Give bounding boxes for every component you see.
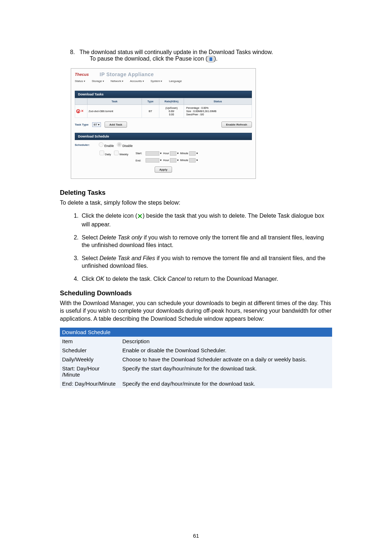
table-row: Start: Day/Hour /Minute Specify the star… — [60, 364, 332, 379]
menubar: Status Storage Network Accounts System L… — [75, 79, 252, 83]
step-number: 8. — [70, 49, 79, 56]
rate-val2: 0.00 — [160, 113, 183, 116]
scheduler-disable-radio[interactable]: Disable — [117, 142, 133, 148]
page-number: 61 — [0, 533, 392, 539]
deleting-tasks-heading: Deleting Tasks — [60, 189, 332, 197]
step-8-line2a: To pause the download, click the Pause i… — [90, 56, 208, 62]
scheduling-para: With the Download Manager, you can sched… — [60, 299, 332, 323]
delete-step-1: Click the delete icon (✕) beside the tas… — [80, 212, 332, 229]
step-8-line2b: ). — [214, 56, 218, 62]
step-8-line1: The download status will continually upd… — [79, 49, 273, 55]
menu-language[interactable]: Language — [169, 79, 182, 83]
menu-storage[interactable]: Storage — [92, 79, 104, 83]
th-status: Status — [184, 98, 252, 104]
enable-refresh-button[interactable]: Enable Refresh — [221, 122, 252, 128]
table-title: Download Schedule — [60, 328, 332, 337]
delete-step-3: Select Delete Task and Files if you wish… — [80, 254, 332, 270]
status-size: Size : 0.00MB/3,361.69MB — [186, 110, 250, 113]
end-day-select[interactable] — [146, 158, 159, 163]
delete-icon: ✕ — [137, 212, 143, 221]
menu-system[interactable]: System — [151, 79, 163, 83]
task-type-select[interactable]: BT ▾ — [92, 122, 101, 127]
menu-network[interactable]: Network — [111, 79, 123, 83]
end-label: End: — [130, 157, 143, 163]
start-day-select[interactable] — [146, 151, 159, 156]
table-row: Scheduler Enable or disable the Download… — [60, 346, 332, 355]
table-row: ✕ Zod-dvd-i386.torrent BT (Up/Down) 0.00… — [75, 104, 252, 118]
download-tasks-bar: Download Tasks — [75, 91, 252, 98]
end-hour-select[interactable] — [170, 158, 176, 163]
delete-task-icon[interactable]: ✕ — [81, 109, 84, 113]
start-min-select[interactable] — [189, 151, 196, 156]
status-pct: Percentage : 0.00% — [186, 106, 250, 110]
task-type-label: Task Type — [75, 123, 89, 126]
hdr-desc: Description — [120, 337, 332, 346]
th-type: Type — [142, 98, 159, 104]
menu-accounts[interactable]: Accounts — [130, 79, 144, 83]
appliance-title: IP Storage Appliance — [100, 71, 154, 77]
pause-icon — [208, 56, 214, 62]
weekly-checkbox[interactable]: Weekly — [114, 153, 128, 156]
deleting-steps: Click the delete icon (✕) beside the tas… — [80, 212, 332, 283]
daily-checkbox[interactable]: Daily — [99, 153, 111, 156]
deleting-intro: To delete a task, simply follow the step… — [60, 199, 332, 207]
rate-val1: 0.00/ — [160, 110, 183, 113]
pause-task-icon[interactable] — [76, 109, 80, 113]
scheduling-heading: Scheduling Downloads — [60, 290, 332, 297]
status-seed: Seed/Peer : 0/0 — [186, 113, 250, 116]
hdr-item: Item — [60, 337, 120, 346]
add-task-button[interactable]: Add Task — [105, 122, 127, 128]
th-rate: Rate(KB/s) — [159, 98, 184, 104]
task-type: BT — [142, 104, 159, 118]
menu-status[interactable]: Status — [75, 79, 85, 83]
task-name: Zod-dvd-i386.torrent — [87, 104, 142, 118]
delete-step-2: Select Delete Task only if you wish to r… — [80, 234, 332, 249]
scheduler-enable-radio[interactable]: Enable — [99, 142, 114, 148]
apply-button[interactable]: Apply — [155, 167, 172, 173]
table-row: Daily/Weekly Choose to have the Download… — [60, 355, 332, 364]
step-8: 8.The download status will continually u… — [70, 49, 332, 62]
download-schedule-bar: Download Schedule — [75, 133, 252, 140]
th-task: Task — [87, 98, 142, 104]
start-hour-select[interactable] — [170, 151, 176, 156]
table-row: End: Day/Hour/Minute Specify the end day… — [60, 379, 332, 388]
delete-step-4: Click OK to delete the task. Click Cance… — [80, 275, 332, 283]
download-tasks-table: Task Type Rate(KB/s) Status ✕ Zod-dvd-i3… — [75, 98, 252, 118]
download-schedule-table: Download Schedule Item Description Sched… — [60, 328, 332, 388]
scheduler-label: Scheduler: — [75, 143, 96, 147]
embedded-screenshot: Thecus IP Storage Appliance Status Stora… — [71, 68, 256, 179]
rate-updown: (Up/Down) — [160, 106, 183, 110]
start-label: Start: — [130, 150, 143, 157]
thecus-logo: Thecus — [75, 72, 89, 77]
end-min-select[interactable] — [189, 158, 196, 163]
